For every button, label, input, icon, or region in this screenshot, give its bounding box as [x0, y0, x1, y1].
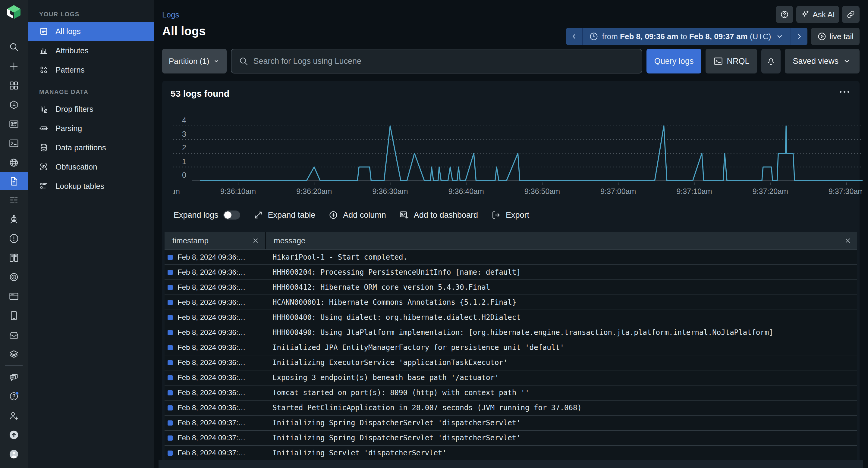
breadcrumb[interactable]: Logs — [162, 10, 179, 20]
log-message: Tomcat started on port(s): 8090 (http) w… — [266, 386, 857, 400]
log-row[interactable]: Feb 8, 2024 09:36:…Initializing Executor… — [164, 355, 857, 370]
expand-logs-label: Expand logs — [174, 210, 218, 220]
new-relic-logo-icon[interactable] — [6, 4, 22, 20]
sidebar-item-obfuscation[interactable]: Obfuscation — [28, 157, 154, 176]
log-row[interactable]: Feb 8, 2024 09:36:…HCANN000001: Hibernat… — [164, 295, 857, 310]
add-to-dashboard-button[interactable]: Add to dashboard — [399, 210, 478, 220]
parsing-icon — [39, 124, 48, 133]
add-column-button[interactable]: Add column — [329, 210, 386, 220]
search-input[interactable] — [253, 57, 634, 66]
rail-item-mobile-device[interactable] — [0, 306, 28, 325]
sidebar-item-parsing[interactable]: Parsing — [28, 119, 154, 138]
drop-filters-icon — [39, 104, 48, 113]
logs-doc-icon — [39, 27, 48, 36]
table-scroll-strip[interactable] — [158, 460, 863, 468]
log-row[interactable]: Feb 8, 2024 09:37:…Initializing Servlet … — [164, 445, 857, 460]
rail-item-alert-octagon[interactable] — [0, 229, 28, 248]
rail-item-metrics-dashboard[interactable] — [0, 114, 28, 134]
rail-item-servers[interactable] — [0, 248, 28, 267]
play-circle-icon — [817, 32, 827, 41]
log-row[interactable]: Feb 8, 2024 09:36:…Started PetClinicAppl… — [164, 400, 857, 415]
log-message: HHH000412: Hibernate ORM core version 5.… — [266, 280, 857, 295]
bell-icon — [766, 56, 776, 66]
timestamp-cell: Feb 8, 2024 09:36:… — [164, 310, 266, 325]
close-timestamp-column-icon[interactable] — [252, 237, 259, 244]
log-message: HHH000204: Processing PersistenceUnitInf… — [266, 265, 857, 279]
timestamp-cell: Feb 8, 2024 09:36:… — [164, 325, 266, 340]
log-level-indicator — [167, 405, 173, 410]
rail-item-grid[interactable] — [0, 76, 28, 95]
column-header-message[interactable]: message — [266, 232, 857, 249]
query-logs-button[interactable]: Query logs — [647, 49, 702, 73]
rail-item-target[interactable] — [0, 267, 28, 287]
log-message: HHH000490: Using JtaPlatform implementat… — [266, 325, 857, 340]
patterns-icon — [39, 65, 48, 74]
nrql-button[interactable]: NRQL — [706, 49, 757, 73]
rail-item-inbox[interactable] — [0, 325, 28, 344]
log-row[interactable]: Feb 8, 2024 09:36:…HHH000400: Using dial… — [164, 310, 857, 325]
export-label: Export — [506, 210, 529, 220]
logs-histogram-chart[interactable]: 012349:36:00am9:36:10am9:36:20am9:36:30a… — [167, 107, 854, 198]
time-back-button[interactable] — [566, 28, 582, 45]
more-options-icon[interactable] — [840, 91, 849, 93]
log-row[interactable]: Feb 8, 2024 09:36:…HHH000204: Processing… — [164, 264, 857, 279]
log-row[interactable]: Feb 8, 2024 09:36:…Exposing 3 endpoint(s… — [164, 370, 857, 385]
log-row[interactable]: Feb 8, 2024 09:36:…HHH000412: Hibernate … — [164, 279, 857, 295]
rail-item-add-user[interactable] — [0, 406, 28, 425]
saved-views-button[interactable]: Saved views — [785, 49, 860, 73]
rail-item-globe[interactable] — [0, 153, 28, 172]
rail-item-layers[interactable] — [0, 344, 28, 364]
rail-item-chat[interactable] — [0, 367, 28, 387]
sidebar-item-data-partitions[interactable]: Data partitions — [28, 138, 154, 157]
inbox-icon — [9, 330, 19, 340]
close-message-column-icon[interactable] — [844, 237, 852, 244]
export-button[interactable]: Export — [491, 210, 529, 220]
log-row[interactable]: Feb 8, 2024 09:36:…HikariPool-1 - Start … — [164, 249, 857, 264]
alert-condition-button[interactable] — [761, 49, 781, 73]
link-icon — [846, 10, 855, 19]
expand-arrows-icon — [253, 210, 263, 220]
time-range-display[interactable]: from Feb 8, 09:36 am to Feb 8, 09:37 am … — [582, 28, 791, 45]
expand-table-button[interactable]: Expand table — [253, 210, 315, 220]
log-row[interactable]: Feb 8, 2024 09:36:…Initialized JPA Entit… — [164, 340, 857, 355]
svg-text:9:36:30am: 9:36:30am — [372, 187, 408, 196]
rail-item-avatar[interactable] — [0, 444, 28, 464]
sidebar-item-attributes[interactable]: Attributes — [28, 41, 154, 60]
sidebar-item-patterns[interactable]: Patterns — [28, 60, 154, 79]
log-row[interactable]: Feb 8, 2024 09:37:…Initializing Spring D… — [164, 415, 857, 430]
expand-logs-toggle[interactable] — [223, 210, 240, 220]
rail-item-help[interactable] — [0, 387, 28, 406]
sidebar-item-drop-filters[interactable]: Drop filters — [28, 99, 154, 119]
column-header-timestamp[interactable]: timestamp — [164, 232, 266, 249]
sidebar-item-all-logs[interactable]: All logs — [28, 22, 154, 41]
rail-item-lines[interactable] — [0, 190, 28, 210]
log-row[interactable]: Feb 8, 2024 09:37:…Initializing Spring D… — [164, 430, 857, 445]
rail-item-terminal[interactable] — [0, 134, 28, 153]
rail-item-robot[interactable] — [0, 210, 28, 229]
svg-text:0: 0 — [182, 171, 186, 179]
live-tail-button[interactable]: live tail — [811, 28, 860, 45]
log-row[interactable]: Feb 8, 2024 09:36:…Tomcat started on por… — [164, 385, 857, 400]
log-row[interactable]: Feb 8, 2024 09:36:…HHH000490: Using JtaP… — [164, 325, 857, 340]
rail-item-upload[interactable] — [0, 425, 28, 444]
obfuscation-icon — [39, 162, 48, 171]
target-icon — [9, 272, 19, 282]
rail-item-plus[interactable] — [0, 57, 28, 76]
log-timestamp: Feb 8, 2024 09:36:… — [178, 313, 246, 322]
svg-text:2: 2 — [182, 143, 186, 152]
rail-item-search[interactable] — [0, 37, 28, 57]
time-forward-button[interactable] — [791, 28, 807, 45]
help-button[interactable] — [776, 6, 793, 23]
svg-text:9:36:40am: 9:36:40am — [448, 187, 484, 196]
rail-item-hexagon-list[interactable] — [0, 95, 28, 114]
rail-item-browser-window[interactable] — [0, 287, 28, 306]
hexagon-list-icon — [9, 100, 19, 110]
ask-ai-button[interactable]: Ask AI — [796, 6, 839, 23]
help-icon — [9, 391, 19, 401]
rail-item-logs-document[interactable] — [0, 172, 28, 190]
partition-filter-button[interactable]: Partition (1) — [162, 49, 227, 73]
permalink-button[interactable] — [842, 6, 860, 23]
svg-text:9:37:20am: 9:37:20am — [752, 187, 788, 196]
timestamp-cell: Feb 8, 2024 09:36:… — [164, 355, 266, 370]
sidebar-item-lookup-tables[interactable]: Lookup tables — [28, 176, 154, 196]
